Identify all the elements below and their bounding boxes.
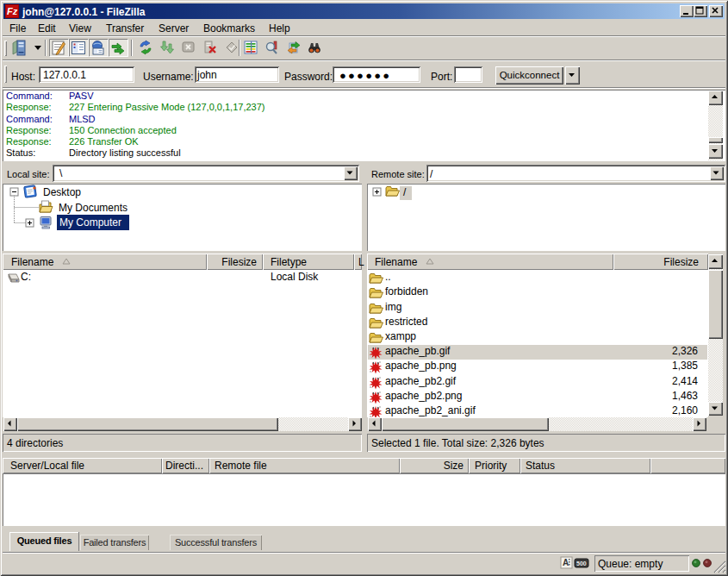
svg-text:A: A (563, 558, 569, 567)
svg-text:500: 500 (576, 560, 587, 567)
svg-text:Fz: Fz (7, 6, 18, 16)
